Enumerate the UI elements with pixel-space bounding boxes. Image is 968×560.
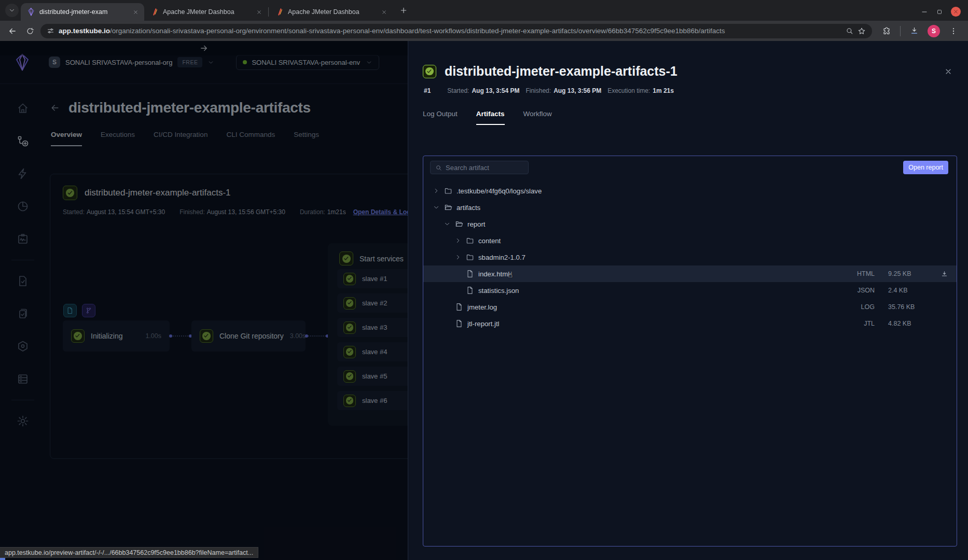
node-clone-git[interactable]: Clone Git repository 3.00s — [191, 320, 306, 352]
artifacts-mini-button[interactable] — [63, 304, 77, 317]
zoom-icon[interactable] — [846, 27, 853, 35]
artifact-label: sbadmin2-1.0.7 — [478, 254, 526, 261]
window-controls — [921, 7, 968, 21]
artifact-folder--testkube-r4fg6q0-logs-slave[interactable]: .testkube/r4fg6q0/logs/slave — [423, 183, 957, 199]
extensions-button[interactable] — [879, 24, 894, 38]
artifact-file-index-html[interactable]: ☝index.htmlHTML9.25 KB — [423, 265, 957, 282]
sidebar-item-workflows-add[interactable] — [14, 132, 32, 150]
sidebar-divider — [11, 400, 34, 400]
env-name: SONALI SRIVASTAVA-personal-env — [252, 59, 360, 66]
execution-drawer: distributed-jmeter-example-artifacts-1 #… — [408, 41, 968, 560]
status-passed-icon — [343, 346, 356, 358]
minimize-button[interactable] — [921, 8, 928, 16]
suites-docs-icon — [17, 307, 29, 320]
artifact-size: 2.4 KB — [888, 287, 933, 294]
meta-value: Aug 13, 3:54 PM — [472, 87, 519, 94]
sidebar-item-triggers-lightning[interactable] — [14, 165, 32, 183]
sidebar-item-settings-gear[interactable] — [14, 412, 32, 430]
node-label: slave #5 — [362, 372, 387, 380]
drawer-tab-workflow[interactable]: Workflow — [523, 110, 552, 125]
status-passed-icon — [339, 251, 353, 265]
org-selector[interactable]: S SONALI SRIVASTAVA-personal-org FREE — [49, 57, 214, 68]
bookmark-star-icon[interactable] — [858, 27, 866, 35]
chevron-down-icon — [208, 59, 214, 66]
artifact-tree: .testkube/r4fg6q0/logs/slaveartifactsrep… — [423, 183, 957, 332]
artifact-folder-content[interactable]: content — [423, 232, 957, 249]
node-initializing[interactable]: Initializing 1.00s — [63, 320, 170, 352]
open-report-button[interactable]: Open report — [903, 161, 948, 174]
artifact-type: HTML — [851, 270, 875, 277]
sidebar-item-sources-server[interactable] — [14, 370, 32, 388]
site-settings-icon[interactable] — [47, 27, 54, 35]
artifact-file-jtl-report-jtl[interactable]: jtl-report.jtlJTL4.82 KB — [423, 315, 957, 332]
sidebar-item-tests-doc[interactable] — [14, 272, 32, 290]
tab-close-button[interactable] — [131, 7, 140, 17]
sidebar-item-suites-docs[interactable] — [14, 305, 32, 323]
profile-avatar[interactable]: S — [928, 25, 940, 37]
plan-badge: FREE — [177, 57, 202, 67]
sidebar-item-home[interactable] — [14, 100, 32, 117]
new-tab-button[interactable] — [397, 4, 410, 17]
browser-tab[interactable]: Apache JMeter Dashboa — [144, 3, 268, 21]
artifact-file-jmeter-log[interactable]: jmeter.logLOG35.76 KB — [423, 299, 957, 315]
browser-tab[interactable]: distributed-jmeter-exam — [21, 3, 144, 21]
node-label: slave #4 — [362, 348, 387, 356]
artifact-size: 35.76 KB — [888, 303, 933, 311]
git-mini-button[interactable] — [82, 304, 95, 317]
tab-settings[interactable]: Settings — [294, 131, 319, 146]
tab-close-button[interactable] — [379, 7, 389, 17]
browser-tabstrip: distributed-jmeter-examApache JMeter Das… — [0, 0, 968, 21]
meta-label: Started: — [447, 87, 469, 94]
tab-overview[interactable]: Overview — [51, 131, 82, 146]
drawer-tab-artifacts[interactable]: Artifacts — [476, 110, 505, 125]
chevron-down-icon[interactable] — [433, 204, 444, 211]
artifact-folder-artifacts[interactable]: artifacts — [423, 199, 957, 216]
meta-value: Aug 13, 3:56 PM — [554, 87, 601, 94]
reload-button[interactable] — [23, 24, 37, 38]
search-input[interactable] — [446, 164, 523, 172]
tab-executions[interactable]: Executions — [101, 131, 135, 146]
artifact-folder-sbadmin2-1-0-7[interactable]: sbadmin2-1.0.7 — [423, 249, 957, 265]
node-duration: 3.00s — [290, 332, 306, 340]
artifact-label: .testkube/r4fg6q0/logs/slave — [457, 187, 542, 195]
close-window-button[interactable] — [951, 7, 961, 17]
back-nav-button[interactable] — [50, 103, 60, 113]
chevron-right-icon[interactable] — [454, 254, 466, 261]
artifact-label: artifacts — [457, 204, 480, 212]
tab-cli-commands[interactable]: CLI Commands — [226, 131, 275, 146]
folder-icon — [466, 253, 478, 261]
chevron-down-icon[interactable] — [444, 220, 455, 228]
download-artifact-button[interactable] — [933, 270, 948, 278]
downloads-button[interactable] — [907, 24, 921, 38]
jmeter-favicon — [150, 8, 159, 16]
tab-ci-cd-integration[interactable]: CI/CD Integration — [154, 131, 208, 146]
back-button[interactable] — [5, 24, 20, 38]
browser-tab[interactable]: Apache JMeter Dashboa — [269, 3, 393, 21]
chevron-right-icon[interactable] — [454, 237, 466, 244]
drawer-title: distributed-jmeter-example-artifacts-1 — [445, 64, 934, 79]
file-icon — [466, 286, 478, 295]
artifact-search[interactable] — [430, 161, 529, 174]
maximize-button[interactable] — [936, 9, 943, 15]
sidebar — [0, 84, 46, 559]
sidebar-item-status-monitor[interactable] — [14, 230, 32, 248]
sidebar-item-executors-hexagon[interactable] — [14, 338, 32, 355]
environment-selector[interactable]: SONALI SRIVASTAVA-personal-env — [236, 55, 379, 70]
folder-icon — [444, 187, 457, 195]
jmeter-favicon — [275, 8, 284, 16]
chevron-right-icon[interactable] — [433, 187, 444, 194]
settings-gear-icon — [17, 415, 29, 427]
drawer-close-button[interactable] — [942, 65, 955, 78]
artifact-folder-report[interactable]: report — [423, 216, 957, 232]
browser-menu-button[interactable] — [946, 24, 961, 38]
org-name: SONALI SRIVASTAVA-personal-org — [65, 59, 172, 66]
tab-close-button[interactable] — [254, 7, 264, 17]
node-label: slave #6 — [362, 397, 387, 404]
url-bar[interactable]: app.testkube.io/organization/sonali-sriv… — [40, 24, 872, 38]
status-bar: app.testkube.io/preview-artifact/-/-/...… — [0, 547, 258, 558]
tab-search-button[interactable] — [5, 4, 19, 17]
drawer-tab-log-output[interactable]: Log Output — [423, 110, 458, 125]
status-passed-icon — [343, 273, 356, 285]
artifact-file-statistics-json[interactable]: statistics.jsonJSON2.4 KB — [423, 282, 957, 299]
sidebar-item-insights-pie[interactable] — [14, 198, 32, 215]
